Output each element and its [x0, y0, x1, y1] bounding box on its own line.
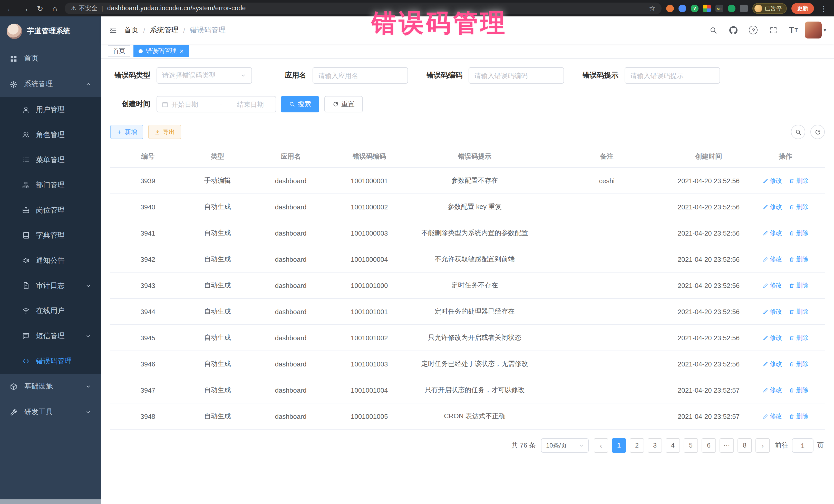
font-size-icon[interactable]: TT — [785, 21, 802, 39]
search-icon[interactable] — [705, 21, 722, 39]
prev-page-button[interactable]: ‹ — [594, 438, 608, 453]
cell-remark — [543, 220, 671, 246]
error-type-select[interactable]: 请选择错误码类型 — [156, 67, 252, 84]
sidebar-item-error-code-mgmt[interactable]: 错误码管理 — [0, 349, 101, 374]
user-avatar[interactable]: ▾ — [805, 21, 826, 39]
sidebar-item-menu-mgmt[interactable]: 菜单管理 — [0, 147, 101, 172]
menu-label: 错误码管理 — [36, 356, 72, 366]
sidebar-item-dept-mgmt[interactable]: 部门管理 — [0, 172, 101, 198]
delete-link[interactable]: 删除 — [789, 307, 808, 316]
edit-link[interactable]: 修改 — [762, 176, 782, 185]
sidebar-item-sms-mgmt[interactable]: 短信管理 — [0, 323, 101, 349]
edit-link[interactable]: 修改 — [762, 307, 782, 316]
sidebar-item-audit-log[interactable]: 审计日志 — [0, 273, 101, 298]
github-icon[interactable] — [725, 21, 742, 39]
delete-link[interactable]: 删除 — [789, 281, 808, 290]
cell-time: 2021-04-20 23:52:56 — [671, 351, 746, 377]
error-code-input[interactable] — [468, 67, 564, 84]
browser-menu-icon[interactable]: ⋮ — [819, 4, 829, 12]
page-button-1[interactable]: 1 — [612, 438, 626, 453]
sidebar-item-home[interactable]: 首页 — [0, 46, 101, 71]
help-icon[interactable]: ? — [745, 21, 762, 39]
extension-icon[interactable] — [679, 4, 686, 12]
sidebar-item-notice[interactable]: 通知公告 — [0, 248, 101, 273]
browser-reload-button[interactable]: ↻ — [35, 4, 45, 12]
cell-time: 2021-04-20 23:52:57 — [671, 377, 746, 403]
delete-link[interactable]: 删除 — [789, 412, 808, 421]
sidebar-item-online-users[interactable]: 在线用户 — [0, 298, 101, 323]
extension-icon[interactable]: on — [716, 4, 723, 12]
sidebar-toggle-icon[interactable] — [109, 26, 117, 34]
sidebar-item-dev-tools[interactable]: 研发工具 — [0, 399, 101, 425]
extension-icon[interactable]: V — [691, 4, 699, 12]
tab-error-code[interactable]: 错误码管理 × — [133, 45, 189, 57]
security-chip[interactable]: ⚠不安全 — [71, 4, 97, 13]
sidebar-scrollbar[interactable] — [0, 499, 101, 504]
page-button-5[interactable]: 5 — [684, 438, 698, 453]
delete-link[interactable]: 删除 — [789, 255, 808, 264]
profile-paused-badge[interactable]: 已暂停 — [752, 3, 787, 14]
delete-link[interactable]: 删除 — [789, 386, 808, 394]
paused-label: 已暂停 — [765, 4, 782, 12]
page-button-6[interactable]: 6 — [702, 438, 716, 453]
extension-icon[interactable] — [703, 4, 711, 12]
breadcrumb-system[interactable]: 系统管理 — [150, 25, 179, 35]
edit-link[interactable]: 修改 — [762, 359, 782, 368]
delete-link[interactable]: 删除 — [789, 202, 808, 211]
sidebar-item-infrastructure[interactable]: 基础设施 — [0, 374, 101, 399]
error-msg-input[interactable] — [624, 67, 720, 84]
edit-link[interactable]: 修改 — [762, 281, 782, 290]
add-button[interactable]: 新增 — [110, 125, 143, 139]
delete-link[interactable]: 删除 — [789, 333, 808, 342]
sidebar-item-user-mgmt[interactable]: 用户管理 — [0, 97, 101, 122]
app-title: 芋道管理系统 — [27, 26, 70, 36]
search-button[interactable]: 搜索 — [281, 96, 319, 112]
breadcrumb-home[interactable]: 首页 — [124, 25, 138, 35]
more-pages-button[interactable]: ··· — [720, 438, 734, 453]
extension-icon[interactable] — [728, 4, 736, 12]
sidebar-item-system-mgmt[interactable]: 系统管理 — [0, 71, 101, 97]
edit-link[interactable]: 修改 — [762, 333, 782, 342]
sidebar-item-role-mgmt[interactable]: 角色管理 — [0, 122, 101, 147]
end-date-input[interactable] — [237, 100, 271, 108]
extensions-puzzle-icon[interactable] — [740, 4, 748, 12]
page-button-8[interactable]: 8 — [738, 438, 752, 453]
address-bar[interactable]: ⚠不安全 | dashboard.yudao.iocoder.cn/system… — [65, 2, 662, 14]
app-name-input[interactable] — [312, 67, 408, 84]
chrome-update-button[interactable]: 更新 — [791, 3, 814, 14]
tab-home[interactable]: 首页 — [108, 45, 130, 57]
trash-icon — [789, 204, 794, 210]
edit-link[interactable]: 修改 — [762, 202, 782, 211]
extension-icon[interactable] — [666, 4, 674, 12]
export-button[interactable]: 导出 — [148, 125, 181, 139]
cell-actions: 修改 删除 — [746, 403, 825, 429]
toggle-search-button[interactable] — [791, 125, 805, 139]
browser-home-button[interactable]: ⌂ — [50, 4, 60, 12]
sidebar-item-dict-mgmt[interactable]: 字典管理 — [0, 223, 101, 248]
browser-forward-button[interactable]: → — [20, 4, 30, 12]
sidebar-item-post-mgmt[interactable]: 岗位管理 — [0, 198, 101, 223]
page-button-3[interactable]: 3 — [648, 438, 662, 453]
delete-link[interactable]: 删除 — [789, 359, 808, 368]
page-button-4[interactable]: 4 — [666, 438, 680, 453]
close-icon[interactable]: × — [180, 48, 183, 54]
edit-link[interactable]: 修改 — [762, 229, 782, 237]
edit-link[interactable]: 修改 — [762, 255, 782, 264]
reset-button[interactable]: 重置 — [324, 96, 363, 112]
refresh-table-button[interactable] — [810, 125, 825, 139]
goto-page-input[interactable] — [792, 438, 813, 453]
dashboard-icon — [10, 54, 18, 62]
bookmark-star-icon[interactable]: ☆ — [649, 4, 655, 12]
edit-link[interactable]: 修改 — [762, 412, 782, 421]
cell-id: 3946 — [110, 351, 185, 377]
edit-link[interactable]: 修改 — [762, 386, 782, 394]
page-size-select[interactable]: 10条/页 — [541, 438, 589, 453]
browser-back-button[interactable]: ← — [5, 4, 15, 12]
delete-link[interactable]: 删除 — [789, 229, 808, 237]
next-page-button[interactable]: › — [755, 438, 770, 453]
delete-link[interactable]: 删除 — [789, 176, 808, 185]
page-button-2[interactable]: 2 — [630, 438, 644, 453]
fullscreen-icon[interactable] — [765, 21, 782, 39]
start-date-input[interactable] — [171, 100, 205, 108]
date-range-picker[interactable]: - — [156, 96, 276, 112]
